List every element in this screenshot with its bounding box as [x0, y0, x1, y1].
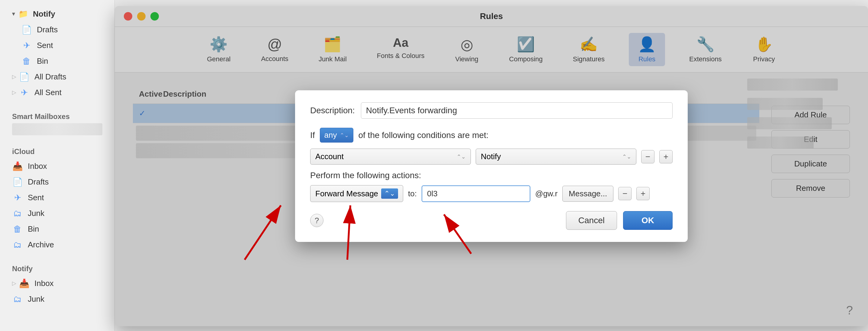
sidebar-item-label: All Sent — [34, 88, 62, 97]
action-type-dropdown[interactable]: Forward Message ⌃⌄ — [310, 185, 403, 202]
notify-junk-icon: 🗂 — [12, 294, 23, 304]
of-following-label: of the following conditions are met: — [358, 130, 488, 140]
condition-type-select[interactable]: any ⌃⌄ — [320, 128, 354, 143]
sidebar-item-notify-junk[interactable]: 🗂 Junk — [0, 291, 115, 307]
remove-condition-button[interactable]: − — [641, 150, 654, 163]
description-input[interactable] — [361, 102, 673, 119]
chevron-down-icon: ⌃⌄ — [457, 153, 466, 160]
action-definition-row: Forward Message ⌃⌄ to: @gw.r Message... … — [310, 185, 673, 202]
description-label: Description: — [310, 106, 355, 115]
chevron-down-icon: ⌃⌄ — [622, 153, 631, 160]
dialog-overlay: Description: If any ⌃⌄ of the following … — [115, 6, 868, 326]
notify-inbox-icon: 📥 — [19, 278, 30, 289]
condition-field-dropdown[interactable]: Account ⌃⌄ — [310, 149, 471, 164]
sidebar-item-label: Inbox — [28, 161, 47, 171]
sidebar-item-drafts[interactable]: 📄 Drafts — [0, 174, 115, 190]
perform-actions-label: Perform the following actions: — [310, 171, 673, 180]
cancel-button[interactable]: Cancel — [566, 211, 617, 230]
inbox-icon: 📥 — [12, 161, 23, 172]
conditions-header-row: If any ⌃⌄ of the following conditions ar… — [310, 128, 673, 143]
sidebar-item-label: Sent — [28, 193, 44, 202]
sidebar-item-label: Drafts — [37, 25, 58, 34]
dialog-help-button[interactable]: ? — [310, 214, 323, 227]
notify-section-header: Notify — [0, 260, 115, 275]
condition-value-text: Notify — [481, 152, 501, 161]
sidebar-item-notify-bin[interactable]: 🗑 Bin — [9, 53, 115, 69]
add-action-button[interactable]: + — [637, 187, 650, 200]
rule-edit-dialog: Description: If any ⌃⌄ of the following … — [295, 90, 688, 242]
remove-action-button[interactable]: − — [618, 187, 631, 200]
sidebar-item-label: All Drafts — [34, 72, 66, 82]
sidebar-item-notify-inbox[interactable]: ▷ 📥 Inbox — [0, 275, 115, 291]
ok-button[interactable]: OK — [623, 211, 673, 230]
sidebar-item-label: Bin — [28, 224, 39, 234]
sidebar-item-notify[interactable]: ▾ 📁 Notify — [0, 6, 115, 22]
footer-buttons: Cancel OK — [566, 211, 673, 230]
chevron-icon: ⌃⌄ — [340, 132, 349, 139]
sidebar-item-label: Bin — [37, 57, 48, 66]
sidebar-item-junk[interactable]: 🗂 Junk — [0, 205, 115, 221]
bin-icon: 🗑 — [12, 223, 23, 234]
junk-icon: 🗂 — [12, 208, 23, 219]
sent-icon: ✈ — [12, 192, 23, 203]
sidebar-item-label: Junk — [28, 295, 44, 304]
sidebar-item-bin[interactable]: 🗑 Bin — [0, 221, 115, 237]
add-condition-button[interactable]: + — [659, 150, 673, 163]
smart-mailboxes-header: Smart Mailboxes — [0, 108, 115, 123]
archive-icon: 🗂 — [12, 239, 23, 250]
action-chevron: ⌃⌄ — [384, 190, 395, 198]
sidebar-item-all-sent[interactable]: ▷ ✈ All Sent — [0, 85, 115, 100]
sidebar-item-label: Sent — [37, 41, 53, 50]
description-row: Description: — [310, 102, 673, 119]
sidebar-item-label: Archive — [28, 240, 54, 249]
sidebar-item-notify-sent[interactable]: ✈ Sent — [9, 37, 115, 53]
dialog-footer: ? Cancel OK — [310, 211, 673, 230]
sidebar-item-label: Junk — [28, 209, 44, 218]
action-type-badge: ⌃⌄ — [381, 188, 398, 199]
drafts-icon: 📄 — [21, 24, 32, 35]
sidebar-item-sent[interactable]: ✈ Sent — [0, 190, 115, 205]
sidebar-item-archive[interactable]: 🗂 Archive — [0, 237, 115, 252]
sent-icon: ✈ — [21, 40, 32, 51]
sidebar-item-label: Drafts — [28, 177, 49, 187]
drafts-icon: 📄 — [12, 176, 23, 187]
email-suffix: @gw.r — [535, 189, 558, 199]
email-input[interactable] — [422, 185, 530, 202]
sidebar-item-all-drafts[interactable]: ▷ 📄 All Drafts — [0, 69, 115, 85]
sidebar-item-label: Notify — [33, 9, 55, 19]
condition-type-value: any — [324, 130, 337, 140]
message-button[interactable]: Message... — [562, 186, 613, 202]
action-type-value: Forward Message — [315, 189, 378, 199]
all-sent-icon: ✈ — [19, 87, 30, 98]
condition-value-dropdown[interactable]: Notify ⌃⌄ — [476, 149, 637, 164]
icloud-section-header: iCloud — [0, 143, 115, 158]
bin-icon: 🗑 — [21, 56, 32, 66]
svg-line-1 — [245, 205, 281, 260]
chevron-down-icon: ▾ — [12, 10, 15, 17]
condition-field-value: Account — [315, 152, 344, 161]
sidebar: ▾ 📁 Notify 📄 Drafts ✈ Sent 🗑 Bin ▷ 📄 All… — [0, 0, 115, 331]
sidebar-item-notify-drafts[interactable]: 📄 Drafts — [9, 22, 115, 37]
sidebar-item-inbox[interactable]: 📥 Inbox — [0, 158, 115, 174]
folder-icon: 📁 — [18, 8, 29, 19]
if-label: If — [310, 130, 315, 140]
condition-definition-row: Account ⌃⌄ Notify ⌃⌄ − + — [310, 149, 673, 164]
all-drafts-icon: 📄 — [19, 71, 30, 82]
sidebar-item-label: Inbox — [34, 279, 54, 288]
to-label: to: — [408, 189, 417, 199]
